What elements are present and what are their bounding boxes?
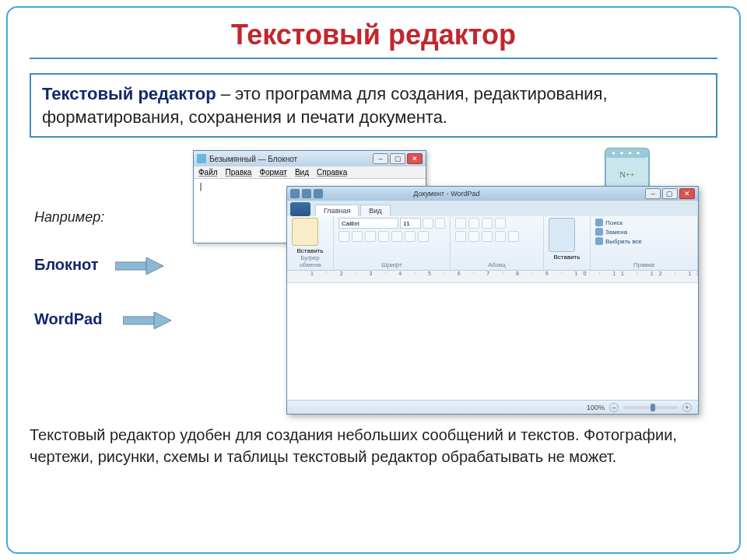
svg-rect-10 <box>197 154 206 163</box>
zoom-percent: 100% <box>587 404 605 411</box>
paste-button[interactable] <box>292 218 318 246</box>
grow-font-button[interactable] <box>423 218 433 229</box>
arrow-icon <box>123 312 171 329</box>
select-all-button[interactable]: Выбрать все <box>595 237 693 245</box>
group-font: Calibri 11 Шрифт <box>334 216 451 270</box>
align-left-button[interactable] <box>455 231 466 242</box>
slide: Текстовый редактор Текстовый редактор – … <box>6 6 741 554</box>
document-area[interactable] <box>287 283 698 400</box>
page-title: Текстовый редактор <box>30 19 717 51</box>
increase-indent-button[interactable] <box>468 218 479 229</box>
group-clipboard: Вставить Буфер обмена <box>287 216 334 270</box>
highlight-button[interactable] <box>405 231 416 242</box>
italic-button[interactable] <box>352 231 363 242</box>
zoom-out-button[interactable]: – <box>609 403 619 412</box>
minimize-button[interactable]: – <box>645 188 661 199</box>
align-right-button[interactable] <box>482 231 493 242</box>
qat-undo-icon[interactable] <box>302 189 311 198</box>
shrink-font-button[interactable] <box>435 218 445 229</box>
example-label: Например: <box>34 209 104 226</box>
font-color-button[interactable] <box>418 231 429 242</box>
svg-rect-8 <box>123 317 154 324</box>
group-label-font: Шрифт <box>338 261 445 270</box>
app-label-wordpad: WordPad <box>34 310 102 328</box>
align-center-button[interactable] <box>468 231 479 242</box>
group-editing: Поиск Замена Выбрать все Правка <box>591 216 698 270</box>
qat-save-icon[interactable] <box>290 189 300 198</box>
line-spacing-button[interactable] <box>495 218 506 229</box>
justify-button[interactable] <box>495 231 506 242</box>
group-insert: Вставить <box>544 216 591 270</box>
svg-rect-6 <box>115 262 146 270</box>
group-label-paragraph: Абзац <box>455 261 538 270</box>
wordpad-title-text: Документ - WordPad <box>413 190 479 198</box>
bullets-button[interactable] <box>482 218 493 229</box>
insert-button[interactable] <box>549 218 575 252</box>
tab-view[interactable]: Вид <box>360 205 390 216</box>
close-button[interactable]: ✕ <box>679 188 695 199</box>
decrease-indent-button[interactable] <box>455 218 466 229</box>
group-label-clipboard: Буфер обмена <box>292 254 328 270</box>
zoom-slider[interactable] <box>623 406 678 409</box>
strike-button[interactable] <box>378 231 389 242</box>
content-area: Например: Блокнот WordPad Безымянный — Б… <box>30 147 717 419</box>
menu-file[interactable]: Файл <box>198 168 218 177</box>
font-size-select[interactable]: 11 <box>400 218 421 229</box>
ribbon: Вставить Буфер обмена Calibri 11 <box>287 216 698 271</box>
svg-marker-9 <box>154 312 171 329</box>
arrow-icon <box>115 257 163 275</box>
font-name-select[interactable]: Calibri <box>338 218 398 229</box>
wordpad-titlebar[interactable]: Документ - WordPad – ▢ ✕ <box>287 187 698 201</box>
app-menu-button[interactable] <box>290 202 310 216</box>
replace-button[interactable]: Замена <box>595 228 693 236</box>
insert-label: Вставить <box>549 254 585 261</box>
ribbon-tabs: Главная Вид <box>287 201 698 216</box>
menu-format[interactable]: Формат <box>259 168 287 177</box>
qat-redo-icon[interactable] <box>314 189 323 198</box>
menu-help[interactable]: Справка <box>317 168 347 177</box>
maximize-button[interactable]: ▢ <box>390 153 405 164</box>
app-label-notepad: Блокнот <box>34 256 99 274</box>
underline-button[interactable] <box>365 231 376 242</box>
close-button[interactable]: ✕ <box>407 153 423 164</box>
group-paragraph: Абзац <box>451 216 544 270</box>
notepad-app-icon <box>197 154 206 163</box>
quick-access-toolbar <box>290 189 323 198</box>
paragraph-dialog-button[interactable] <box>508 231 519 242</box>
svg-marker-7 <box>146 257 163 275</box>
definition-box: Текстовый редактор – это программа для с… <box>30 73 717 138</box>
subscript-button[interactable] <box>391 231 402 242</box>
tab-home[interactable]: Главная <box>315 205 359 216</box>
find-button[interactable]: Поиск <box>595 219 693 226</box>
menu-view[interactable]: Вид <box>295 168 309 177</box>
notepad-titlebar[interactable]: Безымянный — Блокнот – ▢ ✕ <box>194 151 426 166</box>
notepad-menubar: Файл Правка Формат Вид Справка <box>194 166 426 179</box>
bold-button[interactable] <box>338 231 349 242</box>
maximize-button[interactable]: ▢ <box>662 188 678 199</box>
wordpad-window: Документ - WordPad – ▢ ✕ Главная Вид Вст… <box>286 186 699 415</box>
title-rule <box>30 58 717 59</box>
paste-label: Вставить <box>292 247 328 254</box>
minimize-button[interactable]: – <box>373 153 388 164</box>
menu-edit[interactable]: Правка <box>226 168 252 177</box>
group-label-editing: Правка <box>595 261 693 270</box>
zoom-in-button[interactable]: + <box>682 403 692 412</box>
notepad-title-text: Безымянный — Блокнот <box>209 155 297 163</box>
definition-term: Текстовый редактор <box>42 84 216 103</box>
status-bar: 100% – + <box>287 400 698 414</box>
footer-text: Текстовый редактор удобен для создания н… <box>30 424 717 467</box>
ruler[interactable]: 1 · 2 · 3 · 4 · 5 · 6 · 7 · 8 · 9 · 10 ·… <box>287 271 698 283</box>
